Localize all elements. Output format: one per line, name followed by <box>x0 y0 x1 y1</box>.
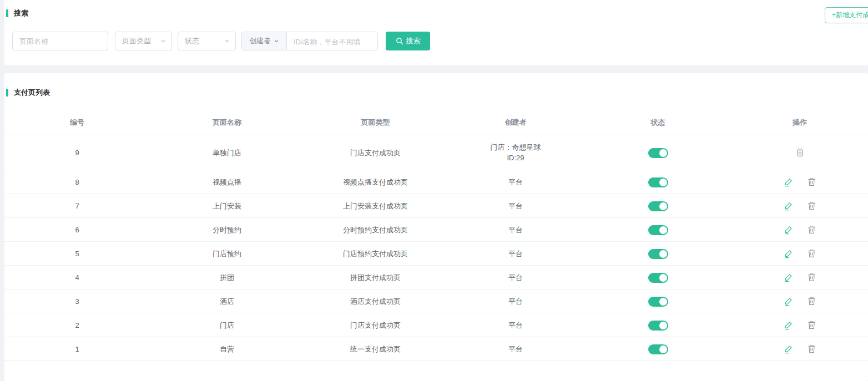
status-select-label: 状态 <box>185 36 199 46</box>
status-toggle[interactable] <box>648 177 668 187</box>
pencil-icon <box>784 249 793 258</box>
cell-page-type: 上门安装支付成功页 <box>304 201 447 211</box>
status-select[interactable]: 状态 <box>178 32 236 50</box>
cell-id: 6 <box>4 225 150 235</box>
toggle-knob <box>659 298 667 306</box>
cell-creator: 平台 <box>447 320 584 331</box>
table-row: 4 拼团 拼团支付成功页 平台 <box>4 266 868 289</box>
cell-creator: 平台 <box>447 344 584 354</box>
cell-page-name: 拼团 <box>150 272 304 283</box>
search-section-header: 搜索 <box>4 0 868 18</box>
status-toggle[interactable] <box>648 321 668 331</box>
cell-id: 3 <box>4 296 150 307</box>
status-toggle[interactable] <box>648 297 668 307</box>
cell-page-name: 单独门店 <box>150 148 304 158</box>
delete-button[interactable] <box>808 344 816 353</box>
search-section-title: 搜索 <box>14 8 28 18</box>
creator-id-text: ID:29 <box>447 153 584 163</box>
page-type-select[interactable]: 页面类型 <box>115 32 172 50</box>
toggle-knob <box>659 250 667 258</box>
section-accent-bar <box>6 9 8 17</box>
list-section-title: 支付页列表 <box>14 88 50 98</box>
search-panel: 搜索 页面类型 状态 创建者 <box>4 0 868 65</box>
status-toggle[interactable] <box>648 148 668 158</box>
creator-text: 平台 <box>447 225 584 235</box>
chevron-down-icon <box>274 38 279 44</box>
edit-button[interactable] <box>784 249 793 258</box>
trash-icon <box>808 225 816 234</box>
cell-page-type: 门店预约支付成功页 <box>304 248 447 259</box>
edit-button[interactable] <box>784 321 793 330</box>
search-button-label: 搜索 <box>406 36 421 46</box>
table-row: 7 上门安装 上门安装支付成功页 平台 <box>4 194 868 218</box>
delete-button[interactable] <box>808 321 816 329</box>
creator-type-label: 创建者 <box>249 36 271 46</box>
status-toggle[interactable] <box>648 344 668 354</box>
cell-page-type: 拼团支付成功页 <box>304 272 447 283</box>
edit-button[interactable] <box>784 273 793 282</box>
creator-search-input[interactable] <box>287 32 378 50</box>
payment-page-list-panel: 支付页列表 编号页面名称页面类型创建者状态操作 9 单独门店 门店支付成功页 门… <box>4 73 868 381</box>
creator-text: 平台 <box>447 320 584 331</box>
status-toggle[interactable] <box>648 225 668 235</box>
trash-icon <box>808 297 816 306</box>
cell-operations <box>731 344 868 354</box>
trash-icon <box>808 177 816 186</box>
cell-status <box>584 200 731 211</box>
page-type-select-label: 页面类型 <box>122 36 151 46</box>
toggle-knob <box>659 179 667 186</box>
table-body: 9 单独门店 门店支付成功页 门店：奇想星球 ID:29 8 视频点播 视频点播… <box>4 135 868 361</box>
delete-button[interactable] <box>808 201 816 210</box>
cell-operations <box>731 273 868 282</box>
cell-status <box>584 224 731 235</box>
cell-page-name: 门店 <box>150 320 304 331</box>
delete-button[interactable] <box>808 225 816 234</box>
toggle-knob <box>659 322 667 329</box>
delete-button[interactable] <box>808 249 816 258</box>
status-toggle[interactable] <box>648 249 668 259</box>
table-row: 6 分时预约 分时预约支付成功页 平台 <box>4 218 868 242</box>
table-row: 3 酒店 酒店支付成功页 平台 <box>4 289 868 313</box>
cell-operations <box>731 201 868 211</box>
cell-creator: 平台 <box>447 177 584 187</box>
cell-page-name: 视频点播 <box>150 177 304 187</box>
search-icon <box>396 37 403 45</box>
table-row: 2 门店 门店支付成功页 平台 <box>4 313 868 337</box>
edit-button[interactable] <box>784 297 793 306</box>
cell-creator: 平台 <box>447 272 584 283</box>
cell-page-type: 门店支付成功页 <box>304 320 447 331</box>
section-accent-bar <box>6 89 8 96</box>
cell-creator: 平台 <box>447 201 584 211</box>
add-payment-page-button[interactable]: +新增支付成功页 <box>825 7 868 23</box>
pencil-icon <box>784 273 793 282</box>
delete-button[interactable] <box>796 148 804 157</box>
cell-operations <box>731 225 868 235</box>
status-toggle[interactable] <box>648 273 668 283</box>
list-section-header: 支付页列表 <box>4 73 868 98</box>
edit-button[interactable] <box>784 201 793 211</box>
pencil-icon <box>784 344 793 354</box>
pencil-icon <box>784 225 793 235</box>
cell-id: 1 <box>4 344 150 354</box>
edit-button[interactable] <box>784 344 793 354</box>
delete-button[interactable] <box>808 297 816 306</box>
delete-button[interactable] <box>808 273 816 282</box>
page-name-input[interactable] <box>12 32 108 50</box>
cell-page-name: 门店预约 <box>150 248 304 259</box>
creator-type-select[interactable]: 创建者 <box>242 32 287 50</box>
status-toggle[interactable] <box>648 201 668 211</box>
trash-icon <box>796 148 804 157</box>
pencil-icon <box>784 321 793 330</box>
toggle-knob <box>659 149 667 157</box>
cell-operations <box>731 297 868 306</box>
trash-icon <box>808 321 816 329</box>
search-button[interactable]: 搜索 <box>386 32 430 50</box>
cell-creator: 平台 <box>447 296 584 307</box>
edit-button[interactable] <box>784 225 793 235</box>
edit-button[interactable] <box>784 177 793 187</box>
cell-page-type: 视频点播支付成功页 <box>304 177 447 187</box>
cell-status <box>584 343 731 354</box>
cell-status <box>584 248 731 259</box>
pencil-icon <box>784 201 793 211</box>
delete-button[interactable] <box>808 177 816 186</box>
